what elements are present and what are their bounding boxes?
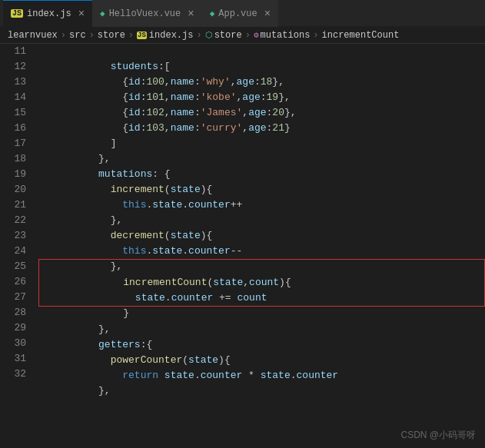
- code-line-20: this.state.counter++: [38, 182, 485, 197]
- code-line-18: mutations: {: [38, 151, 485, 167]
- line-numbers: 11 12 13 14 15 16 17 18 19 20 21 22 23 2…: [0, 44, 32, 448]
- breadcrumb-src: src: [69, 30, 86, 41]
- code-line-14: {id:102,name:'James',age:20},: [38, 90, 485, 105]
- vue-icon-hello: ◆: [100, 8, 105, 18]
- code-line-25: incrementCount(state,count){: [39, 260, 484, 275]
- breadcrumb-incrementcount: incrementCount: [322, 30, 400, 41]
- breadcrumb-mutations: mutations: [261, 30, 311, 41]
- highlighted-block: incrementCount(state,count){ state.count…: [38, 259, 485, 307]
- tab-label-app-vue: App.vue: [218, 8, 257, 19]
- vue-icon-app: ◆: [210, 8, 215, 18]
- code-line-21: },: [38, 197, 485, 213]
- breadcrumb-store-icon: ⬡: [205, 30, 213, 40]
- breadcrumb-store: store: [98, 30, 125, 41]
- editor: JS index.js × ◆ HelloVuex.vue × ◆ App.vu…: [0, 0, 485, 448]
- code-line-26: state.counter += count: [39, 275, 484, 290]
- tab-bar: JS index.js × ◆ HelloVuex.vue × ◆ App.vu…: [0, 0, 485, 27]
- code-line-29: getters:{: [38, 322, 485, 337]
- code-line-17: },: [38, 136, 485, 151]
- tab-hello-vuex[interactable]: ◆ HelloVuex.vue ×: [92, 0, 202, 27]
- tab-index-js[interactable]: JS index.js ×: [3, 0, 92, 27]
- tab-label-index-js: index.js: [27, 8, 71, 19]
- code-line-22: decrement(state){: [38, 213, 485, 228]
- code-line-31: return state.counter * state.counter: [38, 353, 485, 368]
- tab-close-hello-vuex[interactable]: ×: [188, 8, 194, 20]
- code-line-11: students:[: [38, 44, 485, 59]
- code-line-23: this.state.counter--: [38, 228, 485, 244]
- breadcrumb-store2: store: [214, 30, 242, 41]
- breadcrumb-learnvuex: learnvuex: [8, 30, 58, 41]
- breadcrumb-indexjs: index.js: [149, 30, 194, 41]
- tab-label-hello-vuex: HelloVuex.vue: [109, 8, 181, 19]
- code-line-13: {id:101,name:'kobe',age:19},: [38, 75, 485, 90]
- js-icon: JS: [11, 9, 23, 18]
- breadcrumb-mutations-icon: ⚙: [254, 30, 259, 40]
- watermark: CSDN @小码哥呀: [400, 429, 476, 442]
- code-content: students:[ {id:100,name:'why',age:18}, {…: [32, 44, 485, 448]
- code-line-19: increment(state){: [38, 167, 485, 182]
- code-line-24: },: [38, 244, 485, 259]
- breadcrumb-js-icon: JS: [137, 32, 147, 39]
- code-line-15: {id:103,name:'curry',age:21}: [38, 105, 485, 121]
- tab-close-app-vue[interactable]: ×: [264, 8, 271, 20]
- code-line-30: powerCounter(state){: [38, 337, 485, 353]
- tab-close-index-js[interactable]: ×: [78, 8, 85, 20]
- tab-app-vue[interactable]: ◆ App.vue ×: [202, 0, 278, 27]
- code-line-16: ]: [38, 121, 485, 136]
- breadcrumb: learnvuex › src › store › JS index.js › …: [0, 27, 485, 44]
- code-line-12: {id:100,name:'why',age:18},: [38, 59, 485, 75]
- code-line-27: }: [39, 290, 484, 306]
- code-line-28: },: [38, 307, 485, 322]
- code-area: 11 12 13 14 15 16 17 18 19 20 21 22 23 2…: [0, 44, 485, 448]
- code-line-32: },: [38, 368, 485, 383]
